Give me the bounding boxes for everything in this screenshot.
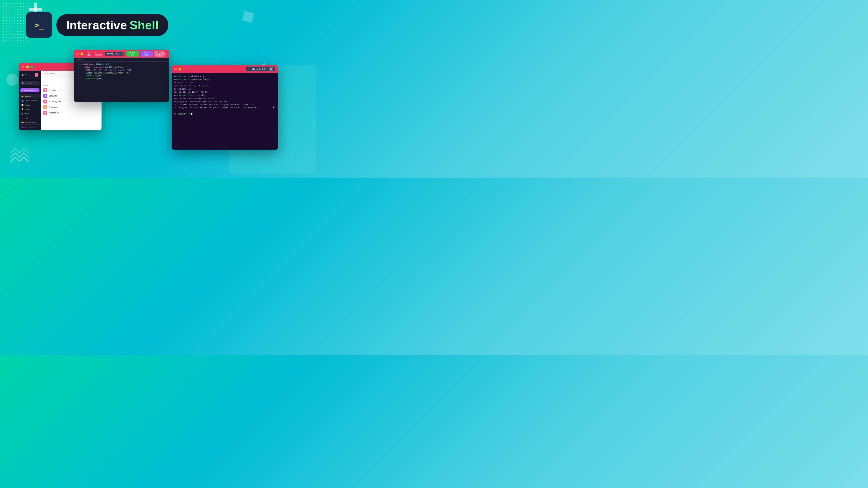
terminal-cursor	[191, 113, 192, 116]
terminal-close-button[interactable]: ✕	[272, 106, 275, 109]
ide-settings-btn[interactable]: ⚙ Settings	[95, 52, 103, 56]
trash-icon: 🗑	[21, 112, 23, 115]
file-icon-php: 📄	[43, 94, 47, 98]
terminal-line-6: [2, 10, 12, 18, 18, 39, 72, 85]	[174, 91, 275, 94]
code-line-5: 5 printArray(arr);	[76, 75, 167, 78]
code-text: bubbleSort(arr);	[81, 78, 103, 81]
prompt-1: root@ubuntu:/#	[174, 75, 190, 78]
support-label: Support Ticket	[25, 122, 36, 123]
terminal-input-line[interactable]: root@ubuntu:/#	[174, 112, 275, 116]
terminal-line-5: Sorted list is:	[174, 88, 275, 91]
title-interactive: Interactive	[66, 18, 127, 32]
circle-bg-left	[6, 74, 19, 86]
output-6: [2, 10, 12, 18, 18, 39, 72, 85]	[174, 91, 209, 93]
trash-label: Trash	[24, 113, 29, 115]
nav-starred[interactable]: ⭐ Starred	[19, 107, 41, 111]
plus-icon: +	[22, 89, 23, 91]
code-line-3: 3 int[] arr = {64, 34, 25, 12, 22, 11, 9…	[76, 69, 167, 72]
terminal-window: ⬛ Ubuntu (24.04) ▾ ⊞ ✕ root@ubuntu:/# vi…	[172, 65, 278, 150]
file-icon-png: 🖼	[43, 105, 47, 109]
prompt-icon: >_	[34, 21, 43, 30]
code-text: ...	[81, 81, 89, 84]
search-input[interactable]	[25, 82, 37, 85]
shared-icon: 👥	[21, 100, 24, 102]
storage-status: 1.83 GB of 100 GB used	[19, 125, 41, 130]
all-files-label: All Files	[25, 95, 31, 97]
ai-assist-button[interactable]: ✦ AI Assist	[141, 51, 153, 57]
terminal-line-12	[174, 109, 275, 112]
ide-traffic-red[interactable]	[76, 53, 79, 55]
line-number: 1	[76, 63, 79, 66]
folder-icon: 📁	[44, 72, 46, 75]
fm-sidebar: ⬤ Terminal 🔍 + + Add Content 📁 All Files	[19, 71, 41, 130]
terminal-tab-label[interactable]: Terminal	[25, 74, 31, 76]
cmd-7: gcc --version	[191, 94, 205, 97]
python-version-select[interactable]: Python (3.8.1)	[105, 52, 125, 56]
terminal-icon: ⬤	[22, 74, 24, 76]
line-number: 7	[76, 81, 79, 84]
folder-path: 📁 All Files ▾	[43, 72, 57, 75]
terminal-title-icon: ⬛	[248, 68, 251, 70]
list-item[interactable]: 🖼 Cover.png	[42, 104, 100, 110]
line-number: 5	[76, 75, 79, 78]
output-4: [39, 12, 18, 85, 72, 10, 2, 18]	[174, 85, 209, 87]
fm-search-box[interactable]: 🔍	[21, 82, 39, 85]
nav-support[interactable]: 🎫 Support Ticket	[19, 120, 41, 125]
traffic-light-yellow[interactable]	[26, 65, 29, 68]
help-label: Help	[25, 117, 28, 119]
line-number: 6	[76, 78, 79, 81]
nav-trash[interactable]: 🗑 Trash	[19, 111, 41, 116]
nav-shared[interactable]: 👥 Shared with me	[19, 98, 41, 103]
term-traffic-red[interactable]	[174, 68, 177, 70]
add-content-button[interactable]: + + Add Content	[21, 88, 39, 92]
ide-logo: ⚡ IDE	[87, 52, 93, 56]
output-8: gcc (Ubuntu 13.2.0-23ubuntu4) 13.2.0	[174, 97, 214, 100]
term-traffic-yellow[interactable]	[179, 68, 181, 70]
help-icon: ❓	[21, 117, 24, 119]
terminal-line-3: Unsorted list is:	[174, 82, 275, 85]
terminal-line-7: root@ubuntu:/# gcc --version	[174, 94, 275, 97]
square-accent-decoration	[242, 11, 254, 23]
code-line-2: 2 public static void main(String[] args)…	[76, 66, 167, 69]
traffic-light-red[interactable]	[22, 65, 25, 68]
prompt-2: root@ubuntu:/#	[174, 78, 190, 81]
ide-close-button[interactable]: ✕	[163, 52, 166, 56]
list-item[interactable]: 📄 Readme.txt	[42, 110, 100, 116]
terminal-line-10: This is free software; see the source fo…	[174, 103, 275, 106]
ide-titlebar: ⚡ IDE ⚙ Settings Python (3.8.1) ▶ Run (F…	[74, 50, 169, 58]
nav-all-files[interactable]: 📁 All Files	[19, 94, 41, 98]
shared-label: Shared with me	[25, 100, 37, 102]
file-name-readme: Readme.txt	[49, 112, 99, 114]
terminal-line-9: Copyright (C) 2023 Free Software Foundat…	[174, 100, 275, 103]
code-line-1: 1 public class BubbleSort {	[76, 63, 167, 66]
recent-icon: 🕒	[21, 104, 24, 106]
starred-icon: ⭐	[21, 108, 24, 110]
terminal-line-2: root@ubuntu:/# python3 bubble.py	[174, 78, 275, 81]
terminal-body[interactable]: root@ubuntu:/# vi bubble.py root@ubuntu:…	[172, 73, 278, 150]
prompt-7: root@ubuntu:/#	[174, 94, 190, 97]
code-line-7: 7 ...	[76, 81, 167, 84]
ide-traffic-yellow[interactable]	[81, 53, 83, 55]
cmd-1: vi bubble.py	[191, 75, 204, 78]
output-3: Unsorted list is:	[174, 82, 193, 84]
file-icon-readme: 📄	[43, 111, 47, 115]
code-text: printArray(arr);	[81, 75, 103, 78]
terminal-line-4: [39, 12, 18, 85, 72, 10, 2, 18]	[174, 85, 275, 88]
code-text: public class BubbleSort {	[81, 63, 109, 66]
output-5: Sorted list is:	[174, 88, 191, 90]
terminal-title-bar: ⬛ Ubuntu (24.04) ▾ ⊞	[246, 67, 275, 71]
run-button[interactable]: ▶ Run (F9)	[126, 51, 138, 57]
file-icon-html: 📄	[43, 100, 47, 103]
traffic-light-green[interactable]	[30, 65, 33, 68]
title-badge: Interactive Shell	[56, 14, 168, 36]
cmd-2: python3 bubble.py	[191, 78, 210, 81]
recent-label: Recent	[25, 104, 30, 106]
ide-code-editor[interactable]: 1 public class BubbleSort { 2 public sta…	[74, 62, 169, 102]
nav-help[interactable]: ❓ Help	[19, 116, 41, 120]
ide-window: ⚡ IDE ⚙ Settings Python (3.8.1) ▶ Run (F…	[74, 50, 169, 102]
terminal-titlebar: ⬛ Ubuntu (24.04) ▾ ⊞ ✕	[172, 65, 278, 73]
maximize-button[interactable]: ⊞	[269, 67, 273, 71]
dropdown-arrow-icon[interactable]: ▾	[266, 68, 267, 70]
nav-recent[interactable]: 🕒 Recent	[19, 103, 41, 107]
file-icon-txt: 📄	[43, 88, 47, 92]
